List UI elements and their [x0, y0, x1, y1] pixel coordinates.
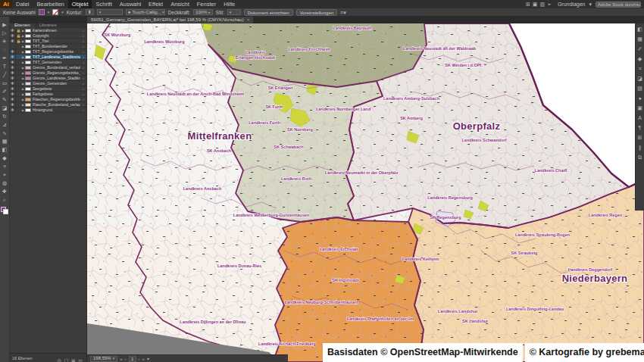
lock-icon[interactable] [16, 76, 21, 81]
transparency-panel-icon[interactable]: ▨ [637, 85, 642, 92]
layer-row[interactable]: ▶TXT_Bundeslaender○ [10, 44, 86, 49]
lock-icon[interactable]: 🔒 [16, 33, 21, 39]
visibility-eye-icon[interactable]: 👁 [10, 92, 16, 97]
workspace-switcher[interactable]: Grundlagen [558, 2, 586, 7]
layer-row[interactable]: 👁▶TXT_Regierungsbezirke○ [10, 49, 86, 55]
layer-row[interactable]: 👁▶Farbgebiete○ [10, 92, 86, 97]
symbols-panel-icon[interactable]: ◆ [638, 55, 642, 62]
arrange-documents-icon[interactable]: ▣ [533, 2, 538, 7]
artboard-tool[interactable]: ✚ [1, 188, 9, 195]
layer-name[interactable]: Grenze_Gemeinden [33, 81, 80, 86]
paintbrush-tool[interactable]: ✐ [1, 88, 9, 95]
visibility-eye-icon[interactable]: 👁 [10, 49, 16, 55]
pen-tool[interactable]: ✒ [1, 55, 9, 62]
layer-name[interactable]: TXT_Regierungsbezirke [33, 49, 80, 54]
pencil-tool[interactable]: ✎ [1, 96, 9, 104]
make-mask-icon[interactable]: ◎ [55, 358, 62, 362]
layer-name[interactable]: Seegebiete [33, 86, 80, 91]
document-setup-button[interactable]: Dokument einrichten [244, 9, 293, 16]
layer-row[interactable]: 👁🔒▶TXT_Titel○ [10, 39, 86, 44]
menu-bearbeiten[interactable]: Bearbeiten [33, 0, 68, 8]
chevron-down-icon[interactable]: ▾ [48, 10, 50, 14]
layer-name[interactable]: TXT_Bundeslaender [33, 44, 80, 48]
visibility-eye-icon[interactable]: 👁 [10, 102, 16, 108]
opacity-value-dropdown[interactable]: 100%▸ [193, 9, 213, 15]
target-circle-icon[interactable]: ○ [80, 98, 86, 101]
share-icon[interactable]: ➢ [547, 2, 552, 7]
target-circle-icon[interactable]: ○ [80, 29, 86, 33]
lock-icon[interactable]: 🔒 [16, 28, 21, 33]
last-artboard-icon[interactable]: » [142, 357, 145, 361]
menu-fenster[interactable]: Fenster [193, 0, 220, 8]
lock-icon[interactable] [16, 81, 21, 86]
target-circle-icon[interactable]: ○ [80, 55, 86, 59]
launch-bridge-icon[interactable]: ⊞ [526, 2, 530, 7]
new-sublayer-icon[interactable]: ▢ [63, 358, 70, 362]
target-circle-icon[interactable]: ○ [80, 92, 86, 96]
target-circle-icon[interactable]: ○ [80, 76, 86, 80]
menu-schrift[interactable]: Schrift [92, 0, 115, 8]
stroke-color-swatch[interactable] [52, 9, 58, 15]
layer-row[interactable]: 👁▶Flaechen_Regierungsbezirke_au...○ [10, 97, 86, 102]
visibility-eye-icon[interactable]: 👁 [10, 108, 16, 113]
visibility-eye-icon[interactable] [10, 44, 16, 49]
width-tool[interactable]: ∿ [1, 130, 9, 137]
document-tab[interactable]: 59051_Germany_Gemeinden_BAYERN.ai* bei 1… [87, 17, 253, 23]
lock-icon[interactable] [16, 49, 21, 55]
layer-name[interactable]: Farbgebiete [33, 92, 80, 96]
selection-tool[interactable]: ▶ [1, 21, 9, 29]
target-circle-icon[interactable]: ○ [80, 71, 86, 75]
lock-icon[interactable] [16, 55, 21, 60]
layer-row[interactable]: 👁▶TXT_Landkreise_Stadtkreise○ [10, 55, 86, 60]
chevron-down-icon[interactable]: ▾ [61, 10, 64, 14]
visibility-eye-icon[interactable]: 👁 [10, 65, 16, 70]
align-panel-icon[interactable]: ∥ [639, 144, 642, 151]
brushes-panel-icon[interactable]: ✐ [638, 45, 642, 52]
layer-name[interactable]: Kartenrahmen [33, 28, 80, 33]
menu-datei[interactable]: Datei [12, 0, 33, 8]
layer-row[interactable]: 👁▶Seegebiete○ [10, 86, 86, 92]
eyedropper-tool[interactable]: ⌖ [1, 171, 9, 179]
stroke-weight-stepper[interactable]: ⬍ [86, 9, 94, 15]
preferences-button[interactable]: Voreinstellungen [296, 9, 337, 16]
layer-name[interactable]: Copyright [33, 33, 80, 38]
menu-auswahl[interactable]: Auswahl [116, 0, 145, 8]
layer-row[interactable]: 👁▶Grenze_Regierungsbezirke_aufl...○ [10, 70, 86, 76]
direct-selection-tool[interactable]: ▷ [1, 30, 9, 37]
eraser-tool[interactable]: ◪ [1, 105, 9, 112]
rectangle-tool[interactable]: ▭ [1, 80, 9, 87]
gradient-tool[interactable]: ≡ [1, 163, 9, 170]
layer-name[interactable]: TXT_Landkreise_Stadtkreise [33, 55, 80, 59]
target-circle-icon[interactable]: ○ [80, 66, 86, 70]
lock-icon[interactable] [16, 86, 21, 92]
line-segment-tool[interactable]: ╱ [1, 71, 9, 79]
layer-row[interactable]: 👁🔒▶Copyright○ [10, 33, 86, 39]
swatches-panel-icon[interactable]: ▦ [637, 36, 642, 42]
visibility-eye-icon[interactable]: 👁 [10, 39, 16, 44]
target-circle-icon[interactable]: ○ [80, 87, 86, 91]
menu-hilfe[interactable]: Hilfe [220, 0, 239, 8]
target-circle-icon[interactable]: ○ [80, 61, 86, 64]
style-dropdown[interactable]: ▾ [227, 9, 241, 15]
layer-row[interactable]: 👁🔒▶Kartenrahmen○ [10, 28, 86, 33]
graphic-styles-panel-icon[interactable]: ▣ [637, 105, 642, 111]
layer-name[interactable]: Hintergrund [33, 108, 80, 112]
stroke-panel-icon[interactable]: ≡ [638, 65, 641, 72]
visibility-eye-icon[interactable]: 👁 [10, 28, 16, 33]
lock-icon[interactable] [16, 97, 21, 102]
layer-name[interactable]: TXT_Titel [33, 39, 80, 43]
target-circle-icon[interactable]: ○ [80, 103, 86, 107]
variable-width-dropdown[interactable]: ▾ [97, 9, 123, 15]
artboard-number-field[interactable]: 1 [129, 356, 136, 362]
artboard-canvas[interactable]: SK WürzburgLandkreis WürzburgLandkreis B… [87, 23, 644, 362]
menu-objekt[interactable]: Objekt [68, 0, 92, 8]
layer-row[interactable]: 👁▶Grenze_Bundesland_verlauf○ [10, 65, 86, 70]
visibility-eye-icon[interactable]: 👁 [10, 97, 16, 102]
character-panel-icon[interactable]: A [638, 114, 642, 121]
status-dropdown-icon[interactable]: ▾ [147, 356, 149, 361]
target-circle-icon[interactable]: ○ [80, 39, 86, 43]
fill-color-swatch[interactable] [39, 9, 45, 15]
scale-tool[interactable]: ⊿ [1, 121, 9, 129]
zoom-tool[interactable]: ⌕ [1, 196, 9, 204]
layer-name[interactable]: Grenze_Regierungsbezirke_aufl... [33, 70, 80, 75]
